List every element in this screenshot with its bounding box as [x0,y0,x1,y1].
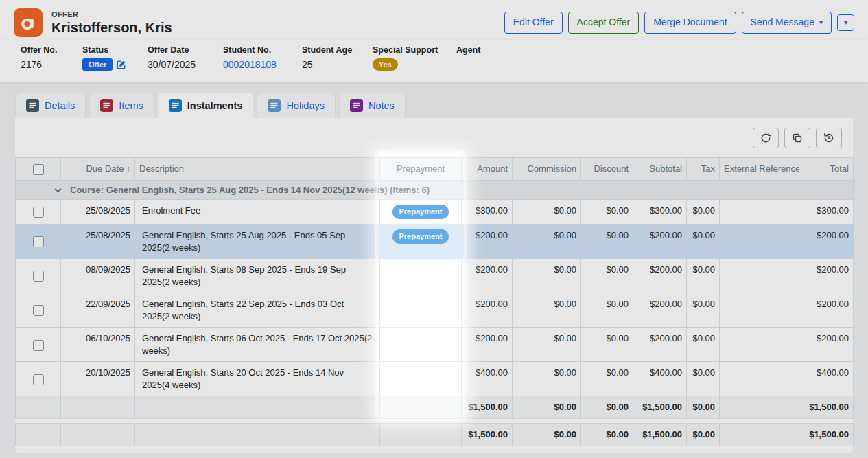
cell-external-reference [720,259,799,293]
tab-label: Notes [368,100,395,111]
column-header-tax[interactable]: Tax [687,158,720,181]
cell-external-reference [720,362,799,396]
cell-subtotal: $200.00 [633,293,687,328]
cell-due-date: 25/08/2025 [61,224,135,258]
row-select-cell [16,259,61,293]
cell-commission: $0.00 [513,293,581,328]
refresh-icon [760,133,771,144]
column-header-description[interactable]: Description [135,158,380,181]
cell-prepayment: Prepayment [380,200,462,225]
status-badge: Offer [82,58,113,71]
cell-subtotal: $300.00 [633,200,687,225]
table-row: 22/09/2025 General English, Starts 22 Se… [16,293,854,328]
tab-instalments[interactable]: Instalments [158,93,254,118]
history-button[interactable] [816,128,842,148]
cell-external-reference [720,328,799,362]
cell-subtotal: $200.00 [633,224,687,258]
row-checkbox[interactable] [33,207,44,218]
tab-items[interactable]: Items [89,93,154,118]
group-total-tax: $0.00 [687,396,720,419]
chevron-down-icon[interactable] [55,185,62,192]
column-header-prepayment[interactable]: Prepayment [380,158,462,181]
field-agent: Agent [456,45,854,70]
more-actions-button[interactable]: ▾ [837,14,854,31]
tab-holidays[interactable]: Holidays [257,93,336,118]
row-checkbox[interactable] [33,305,44,316]
cell-discount: $0.00 [581,362,633,396]
accept-offer-button[interactable]: Accept Offer [568,12,640,34]
cell-tax: $0.00 [687,328,720,362]
cell-tax: $0.00 [687,224,720,258]
prepayment-badge: Prepayment [392,229,449,244]
cell-external-reference [720,293,799,328]
row-select-cell [16,293,61,328]
details-icon [26,99,39,112]
field-student-no: Student No. 0002018108 [223,45,302,70]
instalments-panel: Due Date ↑ Description Prepayment Amount… [15,118,853,453]
column-header-select [16,158,61,181]
row-checkbox[interactable] [33,271,44,282]
select-all-checkbox[interactable] [33,164,44,175]
cell-due-date: 20/10/2025 [61,362,135,396]
column-header-commission[interactable]: Commission [513,158,581,181]
caret-down-icon: ▾ [844,19,847,26]
prepayment-badge: Prepayment [392,205,449,219]
cell-description: Enrolment Fee [135,200,380,225]
cell-total: $400.00 [799,362,854,396]
send-message-button[interactable]: Send Message ▾ [742,12,832,34]
cell-discount: $0.00 [581,259,633,293]
group-total-discount: $0.00 [581,396,633,419]
field-label: Status [82,45,148,55]
cell-empty [380,423,462,446]
cell-total: $200.00 [799,328,854,362]
row-checkbox[interactable] [33,374,44,385]
pencil-icon [117,60,126,69]
app-logo [14,8,43,37]
refresh-button[interactable] [753,128,779,148]
grid-toolbar [15,128,853,148]
table-row: 20/10/2025 General English, Starts 20 Oc… [16,362,854,396]
edit-offer-button[interactable]: Edit Offer [504,12,563,34]
header-actions: Edit Offer Accept Offer Merge Document S… [504,12,854,34]
tab-notes[interactable]: Notes [339,93,406,118]
cell-prepayment [380,259,462,293]
cell-due-date: 22/09/2025 [61,293,135,328]
column-header-total[interactable]: Total [799,158,854,181]
grand-total-commission: $0.00 [513,423,581,446]
column-header-external-reference[interactable]: External Reference [720,158,799,181]
grand-total-tax: $0.00 [687,423,720,446]
cell-due-date: 06/10/2025 [61,328,135,362]
field-student-age: Student Age 25 [302,45,373,70]
cell-empty [61,423,135,446]
column-header-discount[interactable]: Discount [581,158,633,181]
row-checkbox[interactable] [33,340,44,351]
items-icon [100,99,113,112]
cell-discount: $0.00 [581,293,633,328]
group-total-commission: $0.00 [513,396,581,419]
column-header-due-date[interactable]: Due Date ↑ [61,158,135,181]
field-offer-date: Offer Date 30/07/2025 [148,45,223,70]
grand-total-subtotal: $1,500.00 [633,423,687,446]
group-total-total: $1,500.00 [799,396,854,419]
group-total-external-reference [720,396,799,419]
cell-total: $200.00 [799,224,854,258]
cell-prepayment: Prepayment [380,224,462,258]
field-special-support: Special Support Yes [373,45,456,71]
field-value: 25 [302,58,373,70]
caret-down-icon: ▾ [819,19,823,26]
merge-document-button[interactable]: Merge Document [644,12,736,34]
column-header-amount[interactable]: Amount [462,158,513,181]
cell-amount: $200.00 [462,259,513,293]
cell-total: $200.00 [799,259,854,293]
cell-discount: $0.00 [581,224,633,258]
row-checkbox[interactable] [33,236,44,247]
cell-commission: $0.00 [513,328,581,362]
column-header-subtotal[interactable]: Subtotal [633,158,687,181]
cell-prepayment [380,328,462,362]
edit-status-button[interactable] [117,60,126,69]
cell-description: General English, Starts 08 Sep 2025 - En… [135,259,380,293]
tab-details[interactable]: Details [15,93,86,118]
student-no-link[interactable]: 0002018108 [223,59,277,70]
holidays-icon [268,99,281,112]
copy-button[interactable] [784,128,810,148]
